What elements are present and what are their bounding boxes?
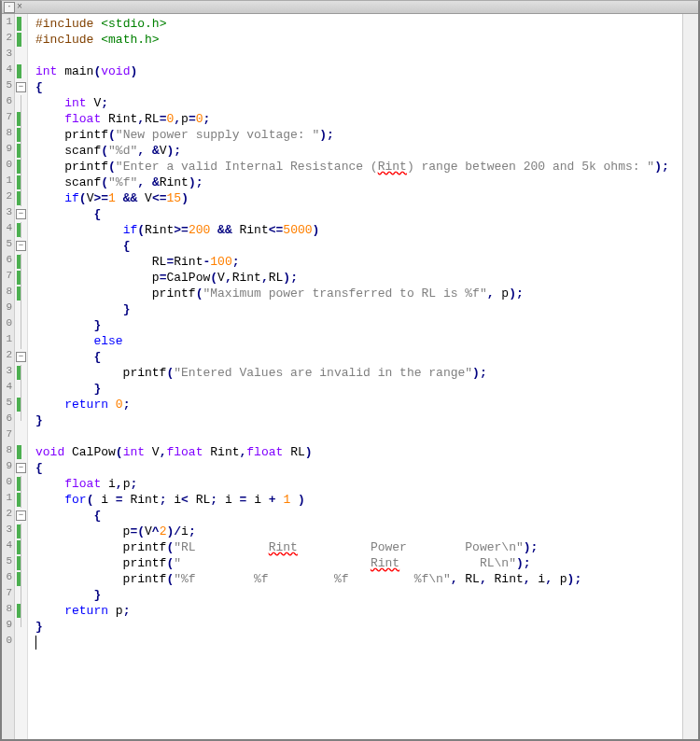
fold-guide [21, 476, 21, 492]
line-number: 0 [2, 476, 14, 492]
fold-guide-end [21, 619, 21, 627]
code-line[interactable]: return 0; [35, 397, 698, 412]
close-icon[interactable]: × [17, 2, 22, 12]
fold-toggle-icon[interactable]: − [16, 510, 26, 521]
line-number: 9 [2, 460, 14, 476]
code-line[interactable]: void CalPow(int V,float Rint,float RL) [35, 444, 698, 460]
code-line[interactable]: float i,p; [35, 476, 698, 492]
line-number: 8 [2, 603, 14, 619]
code-line[interactable]: printf("Maximum power transferred to RL … [35, 286, 698, 301]
gutter-mark [15, 301, 27, 317]
line-number: 6 [2, 254, 14, 270]
code-line[interactable]: int main(void) [35, 63, 698, 79]
fold-guide [21, 254, 21, 270]
line-number: 6 [2, 412, 14, 428]
code-line[interactable]: float Rint,RL=0,p=0; [35, 111, 698, 127]
code-line[interactable]: } [35, 619, 698, 635]
code-line[interactable]: #include <stdio.h> [35, 16, 698, 32]
fold-guide [21, 492, 21, 508]
change-bar [17, 445, 21, 459]
line-number: 9 [2, 301, 14, 317]
fold-guide [21, 317, 21, 333]
line-number: 6 [2, 95, 14, 111]
line-number: 3 [2, 206, 14, 222]
code-line[interactable]: p=CalPow(V,Rint,RL); [35, 270, 698, 286]
fold-guide [21, 127, 21, 143]
fold-guide [21, 190, 21, 206]
code-line[interactable]: return p; [35, 603, 698, 619]
fold-toggle-icon[interactable]: − [16, 209, 26, 219]
gutter-mark: − [15, 238, 27, 254]
code-line[interactable]: p=(V^2)/i; [35, 524, 698, 539]
gutter-mark [15, 254, 27, 270]
fold-toggle-icon[interactable]: − [16, 82, 26, 92]
code-line[interactable]: else [35, 333, 698, 349]
line-number: 5 [2, 397, 14, 412]
code-line[interactable]: } [35, 412, 698, 428]
gutter-mark [15, 111, 27, 127]
editor-body: 1234567890123456789012345678901234567890… [2, 14, 698, 739]
code-line[interactable]: { [35, 349, 698, 365]
line-number: 8 [2, 127, 14, 143]
code-line[interactable]: printf("%f %f %f %f\n", RL, Rint, i, p); [35, 571, 698, 587]
code-line[interactable] [35, 48, 698, 63]
line-number: 0 [2, 635, 14, 650]
code-line[interactable]: RL=Rint-100; [35, 254, 698, 270]
code-line[interactable] [35, 635, 698, 650]
line-number: 5 [2, 555, 14, 571]
line-number: 7 [2, 270, 14, 286]
code-line[interactable]: if(V>=1 && V<=15) [35, 190, 698, 206]
gutter-mark [15, 412, 27, 428]
gutter-mark [15, 524, 27, 539]
line-number-gutter: 1234567890123456789012345678901234567890 [2, 14, 15, 739]
code-line[interactable]: { [35, 460, 698, 476]
code-line[interactable]: printf("New power supply voltage: "); [35, 127, 698, 143]
code-line[interactable]: { [35, 79, 698, 95]
line-number: 7 [2, 428, 14, 444]
line-number: 4 [2, 63, 14, 79]
code-area[interactable]: #include <stdio.h>#include <math.h>int m… [28, 14, 698, 739]
code-line[interactable]: if(Rint>=200 && Rint<=5000) [35, 222, 698, 238]
gutter-mark [15, 270, 27, 286]
fold-guide [21, 539, 21, 555]
tab-handle[interactable]: · [4, 2, 15, 13]
code-line[interactable]: { [35, 206, 698, 222]
line-number: 8 [2, 286, 14, 301]
fold-guide [21, 143, 21, 159]
code-line[interactable]: { [35, 508, 698, 524]
fold-guide [21, 333, 21, 349]
code-line[interactable] [35, 428, 698, 444]
code-line[interactable]: } [35, 587, 698, 603]
line-number: 9 [2, 143, 14, 159]
vertical-scrollbar[interactable] [682, 14, 698, 739]
code-line[interactable]: #include <math.h> [35, 32, 698, 48]
code-line[interactable]: } [35, 381, 698, 397]
line-number: 7 [2, 587, 14, 603]
gutter-mark [15, 190, 27, 206]
code-line[interactable]: { [35, 238, 698, 254]
fold-guide [21, 524, 21, 539]
fold-guide [21, 270, 21, 286]
fold-toggle-icon[interactable]: − [16, 352, 26, 362]
code-line[interactable]: for( i = Rint; i< RL; i = i + 1 ) [35, 492, 698, 508]
code-line[interactable]: scanf("%f", &Rint); [35, 175, 698, 190]
code-line[interactable]: printf(" Rint RL\n"); [35, 555, 698, 571]
gutter-mark [15, 635, 27, 650]
code-line[interactable]: } [35, 317, 698, 333]
gutter-mark [15, 587, 27, 603]
code-line[interactable]: printf("RL Rint Power Power\n"); [35, 539, 698, 555]
code-line[interactable]: } [35, 301, 698, 317]
code-line[interactable]: printf("Entered Values are invalid in th… [35, 365, 698, 381]
code-line[interactable]: printf("Enter a valid Internal Resistanc… [35, 159, 698, 175]
line-number: 6 [2, 571, 14, 587]
fold-guide [21, 381, 21, 397]
code-line[interactable]: int V; [35, 95, 698, 111]
scrollbar-thumb[interactable] [684, 16, 697, 669]
fold-toggle-icon[interactable]: − [16, 241, 26, 251]
code-line[interactable]: scanf("%d", &V); [35, 143, 698, 159]
fold-toggle-icon[interactable]: − [16, 463, 26, 473]
gutter-mark [15, 222, 27, 238]
line-number: 4 [2, 539, 14, 555]
gutter-mark [15, 397, 27, 412]
line-number: 1 [2, 333, 14, 349]
